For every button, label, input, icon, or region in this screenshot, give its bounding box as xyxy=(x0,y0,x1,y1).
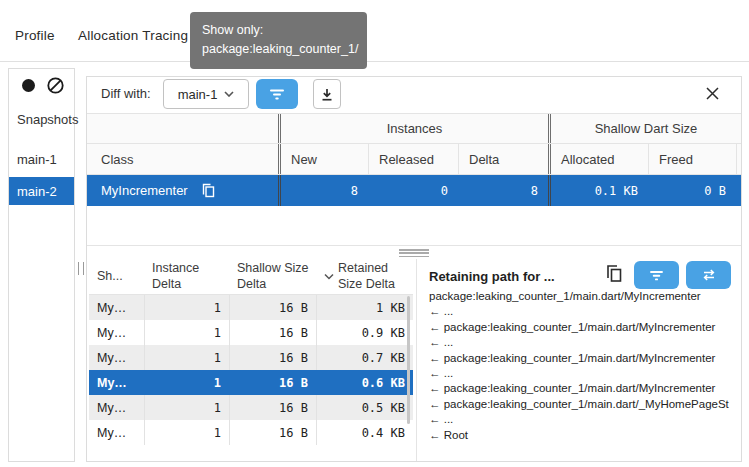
class-cell: MyIncrementer xyxy=(87,175,278,206)
diff-with-label: Diff with: xyxy=(101,86,151,101)
swap-direction-button[interactable] xyxy=(686,261,731,289)
sidebar-item-main-2[interactable]: main-2 xyxy=(9,177,74,205)
scrollbar[interactable] xyxy=(407,296,410,424)
retaining-path-entry[interactable]: ← ... xyxy=(429,412,739,427)
group-instances: Instances xyxy=(278,114,548,143)
tooltip-line1: Show only: xyxy=(202,21,355,40)
horizontal-splitter-line xyxy=(87,245,741,246)
close-icon[interactable] xyxy=(705,86,720,101)
retaining-path-entry[interactable]: ← package:leaking_counter_1/main.dart/My… xyxy=(429,381,739,396)
tabbar-divider xyxy=(0,61,749,62)
col-extra xyxy=(736,144,747,174)
tab-profile[interactable]: Profile xyxy=(15,28,55,43)
col-retained-size-delta[interactable]: Retained Size Delta xyxy=(316,259,413,294)
tooltip-line2: package:leaking_counter_1/ xyxy=(202,40,355,59)
table-row[interactable]: My… 1 16 B 0.7 KB xyxy=(89,345,413,370)
class-name: MyIncrementer xyxy=(101,183,188,198)
filter-button[interactable] xyxy=(256,79,298,109)
copy-icon[interactable] xyxy=(606,264,623,283)
table-row[interactable]: My… 1 16 B 0.5 KB xyxy=(89,395,413,420)
snapshots-sidebar: Snapshots main-1 main-2 xyxy=(8,68,75,462)
download-icon xyxy=(320,87,334,102)
col-instance-delta[interactable]: Instance Delta xyxy=(144,259,229,294)
diff-table-column-header: Class New Released Delta Allocated Freed xyxy=(87,144,741,175)
panel-divider xyxy=(416,259,417,461)
filter-icon xyxy=(269,87,285,101)
cell-allocated: 0.1 KB xyxy=(548,175,648,206)
table-row[interactable]: My… 1 16 B 0.9 KB xyxy=(89,320,413,345)
retaining-path-entry[interactable]: package:leaking_counter_1/main.dart/MyIn… xyxy=(429,289,739,304)
col-freed[interactable]: Freed xyxy=(648,144,736,174)
retaining-path-entry[interactable]: ← ... xyxy=(429,304,739,319)
record-snapshot-icon[interactable] xyxy=(20,77,37,94)
sidebar-item-main-1[interactable]: main-1 xyxy=(17,152,57,167)
clear-snapshots-icon[interactable] xyxy=(46,76,65,95)
tab-allocation-tracing[interactable]: Allocation Tracing xyxy=(78,28,188,43)
table-row[interactable]: My… 1 16 B 1 KB xyxy=(89,295,413,320)
horizontal-splitter-handle[interactable] xyxy=(399,249,429,257)
copy-icon[interactable] xyxy=(202,183,215,198)
table-row[interactable]: My… 1 16 B 0.4 KB xyxy=(89,420,413,445)
devtools-memory-diff-screen: Profile Allocation Tracing Show only: pa… xyxy=(0,0,749,467)
diff-with-dropdown[interactable]: main-1 xyxy=(163,79,249,109)
sort-desc-icon xyxy=(324,273,334,280)
show-only-tooltip: Show only: package:leaking_counter_1/ xyxy=(190,12,367,69)
retaining-path-list: package:leaking_counter_1/main.dart/MyIn… xyxy=(429,289,739,455)
diff-table-row-myincrementer[interactable]: MyIncrementer 8 0 8 0.1 KB 0 B xyxy=(87,175,741,206)
retaining-path-entry[interactable]: ← package:leaking_counter_1/main.dart/_M… xyxy=(429,397,739,412)
download-button[interactable] xyxy=(313,79,341,109)
cell-released: 0 xyxy=(368,175,458,206)
diff-with-value: main-1 xyxy=(178,87,218,102)
cell-extra xyxy=(736,175,741,206)
cell-new: 8 xyxy=(278,175,368,206)
vertical-splitter-handle[interactable] xyxy=(78,262,84,275)
cell-delta: 8 xyxy=(458,175,548,206)
col-sh[interactable]: Sh... xyxy=(89,259,144,294)
col-shallow-size-delta[interactable]: Shallow Size Delta xyxy=(229,259,316,294)
filter-icon xyxy=(649,269,664,282)
retaining-path-entry[interactable]: ← package:leaking_counter_1/main.dart/My… xyxy=(429,320,739,335)
group-empty xyxy=(87,114,278,143)
col-allocated[interactable]: Allocated xyxy=(548,144,648,174)
diff-main-panel: Diff with: main-1 xyxy=(86,76,742,462)
classes-table-header: Sh... Instance Delta Shallow Size Delta … xyxy=(89,259,413,295)
retaining-path-title: Retaining path for ... xyxy=(429,269,555,284)
group-shallow-dart-size: Shallow Dart Size xyxy=(548,114,741,143)
sidebar-item-label: main-2 xyxy=(17,184,57,199)
table-row-selected[interactable]: My… 1 16 B 0.6 KB xyxy=(89,370,413,395)
classes-table-body: My… 1 16 B 1 KB My… 1 16 B 0.9 KB My… 1 … xyxy=(89,295,413,445)
chevron-down-icon xyxy=(224,91,234,97)
retaining-path-entry[interactable]: ← package:leaking_counter_1/main.dart/My… xyxy=(429,351,739,366)
retaining-path-filter-button[interactable] xyxy=(634,261,679,289)
diff-table-group-header: Instances Shallow Dart Size xyxy=(87,113,741,144)
col-class[interactable]: Class xyxy=(87,144,278,174)
col-delta[interactable]: Delta xyxy=(458,144,548,174)
retaining-path-entry[interactable]: ← ... xyxy=(429,335,739,350)
col-new[interactable]: New xyxy=(278,144,368,174)
swap-direction-icon xyxy=(701,268,717,282)
sidebar-title: Snapshots xyxy=(17,112,78,127)
col-released[interactable]: Released xyxy=(368,144,458,174)
cell-freed: 0 B xyxy=(648,175,736,206)
retaining-path-entry[interactable]: ← ... xyxy=(429,366,739,381)
retaining-path-entry[interactable]: ← Root xyxy=(429,428,739,443)
